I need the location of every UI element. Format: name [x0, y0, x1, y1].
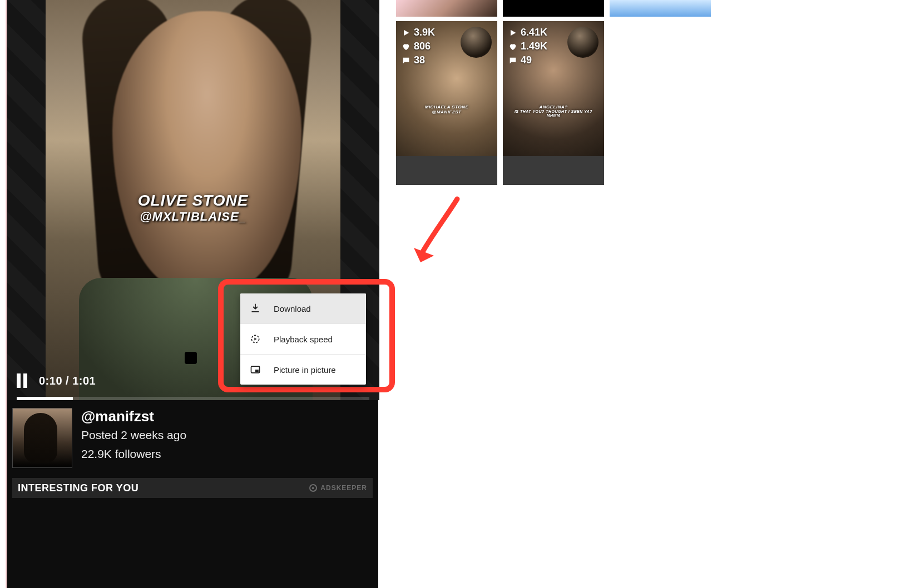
interesting-bar: INTERESTING FOR YOU ● ADSKEEPER	[12, 478, 373, 498]
playback-speed-icon	[249, 333, 261, 345]
related-thumb[interactable]	[396, 0, 497, 17]
play-icon	[402, 28, 410, 37]
comments-count: 49	[521, 54, 532, 66]
likes-count: 806	[414, 41, 431, 52]
thumb-row: 3.9K 806 38 MICHAELA STONE @MANIFZST	[396, 21, 908, 185]
views-stat: 6.41K	[508, 27, 547, 38]
comments-stat: 38	[402, 54, 435, 66]
thumb-stats: 6.41K 1.49K 49	[508, 27, 547, 66]
views-count: 6.41K	[521, 27, 547, 38]
download-icon	[249, 302, 261, 315]
thumb-caption-line: ANGELINA?	[508, 104, 599, 109]
thumb-avatar[interactable]	[567, 27, 599, 58]
sponsor-badge[interactable]: ● ADSKEEPER	[309, 484, 367, 492]
posted-label: Posted 2 weeks ago	[81, 428, 186, 442]
menu-label: Playback speed	[274, 335, 333, 344]
menu-label: Picture in picture	[274, 365, 336, 375]
thumb-caption: ANGELINA? IS THAT YOU? THOUGHT I SEEN YA…	[508, 104, 599, 117]
video-still-person	[112, 11, 301, 289]
menu-label: Download	[274, 304, 311, 313]
related-thumb[interactable]	[610, 0, 711, 17]
comment-icon	[508, 56, 517, 65]
progress-bar[interactable]	[17, 397, 369, 400]
video-still-decor	[185, 352, 197, 364]
heart-icon	[402, 42, 410, 51]
likes-stat: 806	[402, 41, 435, 52]
views-stat: 3.9K	[402, 27, 435, 38]
pause-button[interactable]	[17, 373, 29, 388]
video-context-menu: Download Playback speed Picture in pictu…	[240, 293, 366, 385]
author-avatar[interactable]	[12, 408, 72, 468]
author-row: @manifzst Posted 2 weeks ago 22.9K follo…	[7, 400, 378, 474]
annotation-arrow	[413, 195, 463, 267]
author-info: @manifzst Posted 2 weeks ago 22.9K follo…	[81, 408, 186, 461]
interesting-title: INTERESTING FOR YOU	[18, 482, 139, 494]
related-thumb[interactable]: 3.9K 806 38 MICHAELA STONE @MANIFZST	[396, 21, 497, 185]
progress-fill	[17, 397, 73, 400]
related-thumb[interactable]: 6.41K 1.49K 49 ANGELINA? IS THAT YOU? TH…	[503, 21, 604, 185]
likes-stat: 1.49K	[508, 41, 547, 52]
comments-count: 38	[414, 54, 425, 66]
info-icon: ●	[309, 484, 317, 492]
views-count: 3.9K	[414, 27, 435, 38]
thumb-stats: 3.9K 806 38	[402, 27, 435, 66]
menu-item-playback-speed[interactable]: Playback speed	[240, 324, 366, 355]
caption-line-2: @MXLTIBLAISE_	[138, 210, 249, 224]
thumb-caption-line: IS THAT YOU? THOUGHT I SEEN YA? MHMM	[508, 109, 599, 117]
author-handle[interactable]: @manifzst	[81, 408, 186, 425]
pip-icon	[249, 363, 261, 376]
video-caption: OLIVE STONE @MXLTIBLAISE_	[138, 192, 249, 224]
thumb-avatar[interactable]	[461, 27, 492, 58]
letterbox-left	[7, 0, 46, 400]
heart-icon	[508, 42, 517, 51]
comment-icon	[402, 56, 410, 65]
related-thumb[interactable]	[503, 0, 604, 17]
time-display: 0:10 / 1:01	[39, 375, 96, 387]
thumb-caption-line: @MANIFZST	[401, 109, 492, 114]
caption-line-1: OLIVE STONE	[138, 192, 249, 210]
sponsor-label: ADSKEEPER	[320, 484, 367, 492]
svg-rect-2	[255, 370, 259, 372]
play-icon	[508, 28, 517, 37]
thumb-footer	[503, 156, 604, 185]
comments-stat: 49	[508, 54, 547, 66]
thumb-caption-line: MICHAELA STONE	[401, 104, 492, 109]
thumb-footer	[396, 156, 497, 185]
followers-label: 22.9K followers	[81, 447, 186, 461]
likes-count: 1.49K	[521, 41, 547, 52]
menu-item-picture-in-picture[interactable]: Picture in picture	[240, 355, 366, 385]
related-thumbnails: 3.9K 806 38 MICHAELA STONE @MANIFZST	[396, 0, 908, 185]
thumb-caption: MICHAELA STONE @MANIFZST	[401, 104, 492, 114]
thumb-row-partial	[396, 0, 908, 17]
menu-item-download[interactable]: Download	[240, 293, 366, 324]
